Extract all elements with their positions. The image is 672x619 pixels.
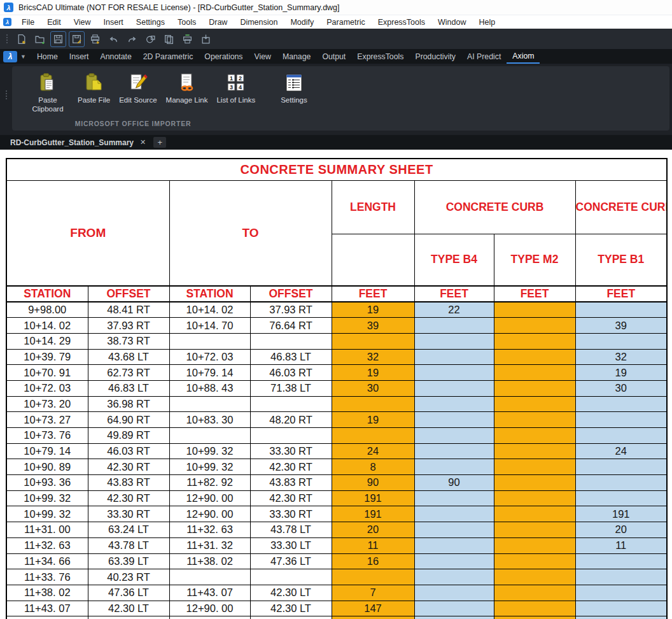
menu-parametric[interactable]: Parametric: [320, 17, 371, 28]
menu-window[interactable]: Window: [431, 17, 472, 28]
document-tab[interactable]: RD-CurbGutter_Station_Summary ✕: [6, 135, 150, 150]
table-cell: [494, 380, 575, 396]
table-cell: [494, 537, 575, 553]
table-cell: 38.73 RT: [88, 333, 169, 349]
header-to-station: STATION: [169, 286, 250, 302]
table-row: 10+90. 8942.30 RT10+99. 3242.30 RT8: [6, 459, 667, 475]
ribbon-tab-productivity[interactable]: Productivity: [409, 49, 461, 64]
table-cell: [414, 522, 494, 538]
table-cell: 10+90. 89: [6, 459, 88, 475]
window-title: BricsCAD Ultimate (NOT FOR RESALE Licens…: [18, 3, 340, 12]
menu-settings[interactable]: Settings: [130, 17, 171, 28]
redo-icon[interactable]: [124, 31, 140, 47]
table-cell: [494, 349, 575, 365]
save-icon[interactable]: [50, 31, 66, 47]
table-cell: [250, 569, 332, 585]
paste-clipboard-button[interactable]: Paste Clipboard: [22, 71, 73, 113]
menu-help[interactable]: Help: [473, 17, 502, 28]
table-cell: [575, 475, 667, 491]
ribbon-tab-manage[interactable]: Manage: [277, 49, 316, 64]
table-cell: [169, 616, 250, 619]
ribbon-drag-handle[interactable]: [4, 90, 9, 99]
edit-source-button[interactable]: Edit Source: [115, 71, 161, 105]
table-cell: 42.30 RT: [88, 490, 169, 506]
application-button[interactable]: λ: [3, 51, 17, 62]
table-cell: 32: [575, 349, 667, 365]
table-row: 10+99. 3242.30 RT12+90. 0042.30 RT191: [6, 490, 667, 506]
chevron-down-icon[interactable]: ▼: [20, 53, 26, 60]
table-cell: 20: [575, 522, 667, 538]
copy-icon[interactable]: [161, 31, 177, 47]
table-cell: [250, 333, 332, 349]
menu-file[interactable]: File: [15, 17, 41, 28]
bricscad-logo-icon: λ: [4, 3, 13, 12]
table-cell: [575, 490, 667, 506]
table-cell: 10+99. 32: [6, 490, 88, 506]
menu-dimension[interactable]: Dimension: [234, 17, 284, 28]
table-row: 11+32. 6343.78 LT11+31. 3233.30 LT1111: [6, 537, 667, 553]
table-cell: 48.20 RT: [250, 412, 332, 428]
table-cell: [494, 302, 575, 318]
ribbon-tab-ai-predict[interactable]: AI Predict: [461, 49, 507, 64]
ribbon-tab-insert[interactable]: Insert: [64, 49, 95, 64]
menu-expresstools[interactable]: ExpressTools: [372, 17, 431, 28]
ribbon-item-label: Settings: [281, 96, 307, 105]
etransmit-icon[interactable]: [198, 31, 214, 47]
menu-draw[interactable]: Draw: [202, 17, 234, 28]
table-cell: [332, 428, 414, 444]
ribbon-tab-home[interactable]: Home: [31, 49, 64, 64]
menu-insert[interactable]: Insert: [97, 17, 130, 28]
undo-icon[interactable]: [106, 31, 122, 47]
menu-view[interactable]: View: [67, 17, 97, 28]
publish-icon[interactable]: [143, 31, 158, 47]
menu-tools[interactable]: Tools: [171, 17, 202, 28]
table-cell: 32: [332, 349, 414, 365]
table-cell: [494, 506, 575, 522]
open-file-icon[interactable]: [32, 31, 48, 47]
table-cell: 10+99. 32: [169, 443, 250, 459]
close-tab-icon[interactable]: ✕: [140, 138, 146, 146]
ribbon-tab-axiom[interactable]: Axiom: [507, 49, 540, 64]
ribbon-tab-view[interactable]: View: [248, 49, 276, 64]
ribbon-tab-expresstools[interactable]: ExpressTools: [351, 49, 409, 64]
table-cell: [6, 616, 88, 619]
menu-modify[interactable]: Modify: [284, 17, 320, 28]
table-row: 9+98.0048.41 RT10+14. 0237.93 RT1922: [6, 302, 667, 318]
ribbon-tab-annotate[interactable]: Annotate: [95, 49, 137, 64]
new-tab-button[interactable]: +: [153, 137, 166, 148]
plot-icon[interactable]: [179, 31, 195, 47]
table-cell: [332, 569, 414, 585]
list-of-links-button[interactable]: 1234List of Links: [212, 71, 260, 105]
table-cell: 11: [575, 537, 667, 553]
table-cell: [250, 428, 332, 444]
table-cell: 63.39 LT: [88, 553, 169, 569]
table-cell: 10+93. 36: [6, 475, 88, 491]
ribbon-tab-bar: λ ▼ HomeInsertAnnotate2D ParametricOpera…: [0, 49, 672, 64]
ribbon-tab-output[interactable]: Output: [316, 49, 351, 64]
table-row: 10+73. 7649.89 RT: [6, 428, 667, 444]
ribbon-panel-area: Paste ClipboardPaste FileEdit SourceMana…: [0, 64, 672, 135]
table-cell: 33.30 RT: [250, 506, 332, 522]
ribbon-tab-2d-parametric[interactable]: 2D Parametric: [137, 49, 199, 64]
table-cell: 11+31. 00: [6, 522, 88, 538]
save-as-icon[interactable]: [69, 31, 85, 47]
new-file-icon[interactable]: [13, 31, 29, 47]
table-cell: [494, 553, 575, 569]
drawing-canvas[interactable]: CONCRETE SUMMARY SHEET FROM TO LENGTH CO…: [0, 150, 672, 619]
print-icon[interactable]: [87, 31, 103, 47]
menu-edit[interactable]: Edit: [41, 17, 67, 28]
table-cell: 11+33. 76: [6, 569, 88, 585]
table-cell: 37.93 RT: [88, 318, 169, 334]
table-cell: 11+38. 02: [169, 553, 250, 569]
header-feet-b1: FEET: [575, 286, 667, 302]
table-cell: [494, 522, 575, 538]
manage-link-button[interactable]: Manage Link: [162, 71, 213, 105]
ribbon-tab-operations[interactable]: Operations: [199, 49, 248, 64]
edit-source-icon: [127, 71, 149, 94]
manage-link-icon: [176, 71, 198, 94]
settings-button[interactable]: Settings: [276, 71, 312, 105]
paste-file-button[interactable]: Paste File: [73, 71, 115, 105]
toolbar-drag-handle[interactable]: [4, 34, 10, 43]
table-cell: 33.30 RT: [250, 443, 332, 459]
ribbon-item-label: Edit Source: [119, 96, 157, 105]
